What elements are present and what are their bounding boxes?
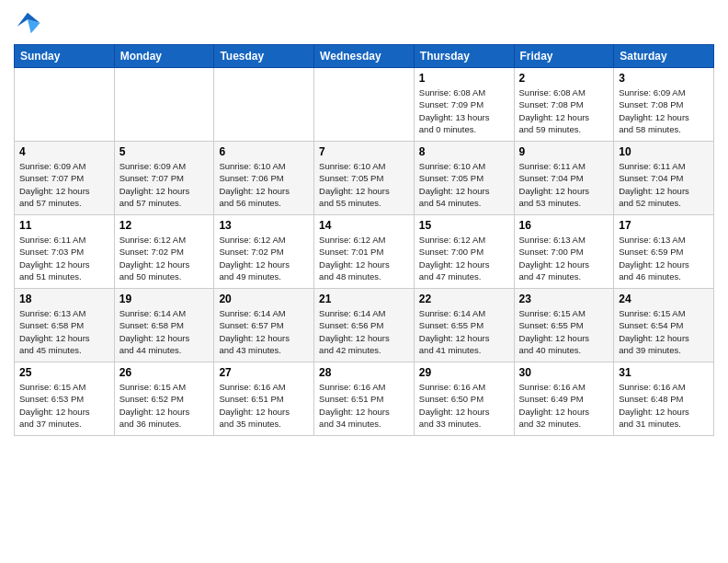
calendar-cell xyxy=(314,68,415,142)
day-number: 3 xyxy=(619,72,709,85)
calendar-cell: 26Sunrise: 6:15 AM Sunset: 6:52 PM Dayli… xyxy=(114,362,214,436)
day-number: 9 xyxy=(519,145,609,158)
header-day: Sunday xyxy=(15,45,115,68)
day-number: 10 xyxy=(619,145,709,158)
day-number: 31 xyxy=(619,366,709,379)
calendar-cell: 30Sunrise: 6:16 AM Sunset: 6:49 PM Dayli… xyxy=(514,362,614,436)
calendar-week-row: 25Sunrise: 6:15 AM Sunset: 6:53 PM Dayli… xyxy=(15,362,714,436)
calendar-cell: 3Sunrise: 6:09 AM Sunset: 7:08 PM Daylig… xyxy=(614,68,714,142)
day-number: 23 xyxy=(519,293,609,305)
day-info: Sunrise: 6:14 AM Sunset: 6:56 PM Dayligh… xyxy=(319,307,409,356)
day-number: 20 xyxy=(219,293,309,305)
day-info: Sunrise: 6:14 AM Sunset: 6:58 PM Dayligh… xyxy=(119,307,210,356)
day-info: Sunrise: 6:15 AM Sunset: 6:53 PM Dayligh… xyxy=(19,381,109,430)
calendar-cell: 6Sunrise: 6:10 AM Sunset: 7:06 PM Daylig… xyxy=(214,142,314,215)
day-info: Sunrise: 6:11 AM Sunset: 7:03 PM Dayligh… xyxy=(19,234,109,282)
calendar-cell: 28Sunrise: 6:16 AM Sunset: 6:51 PM Dayli… xyxy=(314,362,415,436)
logo-bird-icon xyxy=(14,9,41,37)
day-info: Sunrise: 6:15 AM Sunset: 6:55 PM Dayligh… xyxy=(519,307,609,356)
day-info: Sunrise: 6:16 AM Sunset: 6:50 PM Dayligh… xyxy=(419,381,509,430)
day-number: 11 xyxy=(19,219,109,232)
day-number: 12 xyxy=(119,219,210,232)
day-info: Sunrise: 6:11 AM Sunset: 7:04 PM Dayligh… xyxy=(519,160,609,209)
day-info: Sunrise: 6:16 AM Sunset: 6:51 PM Dayligh… xyxy=(319,381,409,430)
calendar-cell: 25Sunrise: 6:15 AM Sunset: 6:53 PM Dayli… xyxy=(15,362,115,436)
day-number: 22 xyxy=(419,293,509,305)
day-number: 14 xyxy=(319,219,409,232)
day-info: Sunrise: 6:16 AM Sunset: 6:49 PM Dayligh… xyxy=(519,381,609,430)
day-info: Sunrise: 6:10 AM Sunset: 7:06 PM Dayligh… xyxy=(219,160,309,209)
day-info: Sunrise: 6:16 AM Sunset: 6:48 PM Dayligh… xyxy=(619,381,709,430)
day-number: 25 xyxy=(19,366,109,379)
header-day: Friday xyxy=(514,45,614,68)
header-day: Monday xyxy=(114,45,214,68)
calendar-week-row: 11Sunrise: 6:11 AM Sunset: 7:03 PM Dayli… xyxy=(15,215,714,289)
calendar-cell: 22Sunrise: 6:14 AM Sunset: 6:55 PM Dayli… xyxy=(414,289,514,362)
day-info: Sunrise: 6:15 AM Sunset: 6:52 PM Dayligh… xyxy=(119,381,210,430)
day-info: Sunrise: 6:13 AM Sunset: 6:59 PM Dayligh… xyxy=(619,234,709,282)
calendar-body: 1Sunrise: 6:08 AM Sunset: 7:09 PM Daylig… xyxy=(15,68,714,436)
day-info: Sunrise: 6:09 AM Sunset: 7:07 PM Dayligh… xyxy=(119,160,210,209)
calendar-cell: 16Sunrise: 6:13 AM Sunset: 7:00 PM Dayli… xyxy=(514,215,614,289)
day-info: Sunrise: 6:15 AM Sunset: 6:54 PM Dayligh… xyxy=(619,307,709,356)
day-info: Sunrise: 6:12 AM Sunset: 7:00 PM Dayligh… xyxy=(419,234,509,282)
day-info: Sunrise: 6:13 AM Sunset: 7:00 PM Dayligh… xyxy=(519,234,609,282)
day-info: Sunrise: 6:09 AM Sunset: 7:07 PM Dayligh… xyxy=(19,160,109,209)
day-info: Sunrise: 6:12 AM Sunset: 7:02 PM Dayligh… xyxy=(119,234,210,282)
day-info: Sunrise: 6:08 AM Sunset: 7:08 PM Dayligh… xyxy=(519,86,609,135)
day-number: 13 xyxy=(219,219,309,232)
calendar-cell: 1Sunrise: 6:08 AM Sunset: 7:09 PM Daylig… xyxy=(414,68,514,142)
calendar-cell: 19Sunrise: 6:14 AM Sunset: 6:58 PM Dayli… xyxy=(114,289,214,362)
day-info: Sunrise: 6:09 AM Sunset: 7:08 PM Dayligh… xyxy=(619,86,709,135)
calendar-cell: 10Sunrise: 6:11 AM Sunset: 7:04 PM Dayli… xyxy=(614,142,714,215)
day-number: 4 xyxy=(19,145,109,158)
calendar-cell xyxy=(214,68,314,142)
calendar-cell: 8Sunrise: 6:10 AM Sunset: 7:05 PM Daylig… xyxy=(414,142,514,215)
calendar-cell: 2Sunrise: 6:08 AM Sunset: 7:08 PM Daylig… xyxy=(514,68,614,142)
day-info: Sunrise: 6:14 AM Sunset: 6:57 PM Dayligh… xyxy=(219,307,309,356)
day-info: Sunrise: 6:16 AM Sunset: 6:51 PM Dayligh… xyxy=(219,381,309,430)
calendar-cell: 29Sunrise: 6:16 AM Sunset: 6:50 PM Dayli… xyxy=(414,362,514,436)
calendar-week-row: 4Sunrise: 6:09 AM Sunset: 7:07 PM Daylig… xyxy=(15,142,714,215)
calendar-cell: 7Sunrise: 6:10 AM Sunset: 7:05 PM Daylig… xyxy=(314,142,415,215)
day-number: 7 xyxy=(319,145,409,158)
day-number: 16 xyxy=(519,219,609,232)
calendar-cell: 31Sunrise: 6:16 AM Sunset: 6:48 PM Dayli… xyxy=(614,362,714,436)
calendar-header: SundayMondayTuesdayWednesdayThursdayFrid… xyxy=(15,45,714,68)
day-number: 18 xyxy=(19,293,109,305)
calendar-week-row: 1Sunrise: 6:08 AM Sunset: 7:09 PM Daylig… xyxy=(15,68,714,142)
calendar-cell: 23Sunrise: 6:15 AM Sunset: 6:55 PM Dayli… xyxy=(514,289,614,362)
day-info: Sunrise: 6:14 AM Sunset: 6:55 PM Dayligh… xyxy=(419,307,509,356)
day-info: Sunrise: 6:13 AM Sunset: 6:58 PM Dayligh… xyxy=(19,307,109,356)
day-number: 24 xyxy=(619,293,709,305)
day-number: 2 xyxy=(519,72,609,85)
day-number: 27 xyxy=(219,366,309,379)
calendar-cell: 18Sunrise: 6:13 AM Sunset: 6:58 PM Dayli… xyxy=(15,289,115,362)
calendar-week-row: 18Sunrise: 6:13 AM Sunset: 6:58 PM Dayli… xyxy=(15,289,714,362)
calendar-cell xyxy=(114,68,214,142)
day-number: 1 xyxy=(419,72,509,85)
header xyxy=(14,9,714,37)
day-number: 6 xyxy=(219,145,309,158)
header-day: Wednesday xyxy=(314,45,415,68)
calendar-cell: 4Sunrise: 6:09 AM Sunset: 7:07 PM Daylig… xyxy=(15,142,115,215)
day-info: Sunrise: 6:11 AM Sunset: 7:04 PM Dayligh… xyxy=(619,160,709,209)
day-number: 30 xyxy=(519,366,609,379)
calendar-table: SundayMondayTuesdayWednesdayThursdayFrid… xyxy=(14,44,714,436)
header-day: Thursday xyxy=(414,45,514,68)
calendar-cell: 12Sunrise: 6:12 AM Sunset: 7:02 PM Dayli… xyxy=(114,215,214,289)
logo xyxy=(14,9,45,37)
day-number: 15 xyxy=(419,219,509,232)
calendar-cell: 21Sunrise: 6:14 AM Sunset: 6:56 PM Dayli… xyxy=(314,289,415,362)
day-number: 5 xyxy=(119,145,210,158)
day-info: Sunrise: 6:10 AM Sunset: 7:05 PM Dayligh… xyxy=(319,160,409,209)
calendar-cell: 27Sunrise: 6:16 AM Sunset: 6:51 PM Dayli… xyxy=(214,362,314,436)
header-day: Saturday xyxy=(614,45,714,68)
day-number: 8 xyxy=(419,145,509,158)
day-info: Sunrise: 6:12 AM Sunset: 7:01 PM Dayligh… xyxy=(319,234,409,282)
calendar-cell: 17Sunrise: 6:13 AM Sunset: 6:59 PM Dayli… xyxy=(614,215,714,289)
calendar-cell: 15Sunrise: 6:12 AM Sunset: 7:00 PM Dayli… xyxy=(414,215,514,289)
day-number: 26 xyxy=(119,366,210,379)
day-number: 29 xyxy=(419,366,509,379)
day-number: 28 xyxy=(319,366,409,379)
